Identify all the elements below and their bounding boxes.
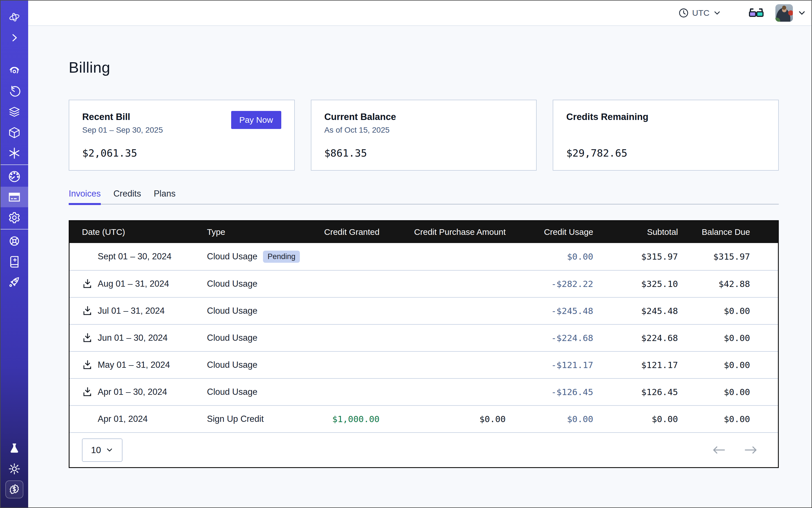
table-row: Aug 01 – 31, 2024 Cloud Usage -$282.22 $…: [70, 270, 778, 297]
credit-usage-value: -$224.68: [506, 333, 593, 343]
invoice-date: May 01 – 31, 2024: [98, 360, 170, 370]
current-balance-card: Current Balance As of Oct 15, 2025 $861.…: [311, 100, 537, 171]
download-invoice-button[interactable]: [82, 305, 93, 316]
pagination-bar: 10: [70, 432, 778, 467]
table-row: Apr 01, 2024 Sign Up Credit $1,000.00 $0…: [70, 405, 778, 432]
credit-usage-value: $0.00: [506, 414, 593, 424]
subtotal-value: $325.10: [593, 279, 678, 289]
rocket-icon[interactable]: [1, 272, 28, 292]
sidebar: [1, 1, 28, 507]
orbit-logo-icon[interactable]: [1, 7, 28, 27]
next-page-button[interactable]: [743, 445, 758, 455]
download-icon: [82, 359, 93, 370]
tab-plans[interactable]: Plans: [154, 189, 176, 204]
card-title: Current Balance: [324, 112, 523, 122]
download-icon: [82, 333, 93, 343]
credit-usage-value: -$121.17: [506, 360, 593, 370]
wheel-icon[interactable]: [1, 230, 28, 251]
glasses-button[interactable]: [749, 7, 764, 18]
column-header: Date (UTC): [70, 227, 207, 237]
balance-due-value: $42.88: [678, 279, 778, 289]
credits-remaining-amount: $29,782.65: [566, 147, 765, 159]
previous-page-button[interactable]: [712, 445, 726, 455]
download-icon: [82, 305, 93, 316]
download-invoice-button[interactable]: [82, 332, 93, 344]
subtotal-value: $224.68: [593, 333, 678, 343]
invoice-date: Apr 01, 2024: [98, 414, 148, 424]
gauge-icon[interactable]: [1, 166, 28, 187]
page-size-value: 10: [91, 445, 101, 455]
account-menu[interactable]: [775, 4, 806, 22]
layers-icon[interactable]: [1, 102, 28, 122]
column-header: Credit Granted: [306, 227, 380, 237]
avatar[interactable]: [775, 4, 793, 22]
tab-credits[interactable]: Credits: [114, 189, 141, 204]
sidebar-divider: [1, 164, 28, 165]
credit-usage-value: -$245.48: [506, 306, 593, 316]
cube-icon[interactable]: [1, 122, 28, 143]
recent-bill-card: Recent Bill Sep 01 – Sep 30, 2025 Pay No…: [69, 100, 295, 171]
credit-purchase-value: $0.00: [380, 414, 506, 424]
credit-usage-value: -$126.45: [506, 387, 593, 397]
invoice-date: Sept 01 – 30, 2024: [98, 251, 171, 262]
balance-due-value: $0.00: [678, 387, 778, 397]
download-invoice-button[interactable]: [82, 359, 93, 371]
balance-due-value: $315.97: [678, 251, 778, 262]
table-row: May 01 – 31, 2024 Cloud Usage -$121.17 $…: [70, 351, 778, 378]
summary-cards: Recent Bill Sep 01 – Sep 30, 2025 Pay No…: [69, 100, 779, 171]
spiral-icon[interactable]: [1, 60, 28, 81]
credit-granted-value: $1,000.00: [306, 414, 380, 424]
subtotal-value: $0.00: [593, 414, 678, 424]
chevron-down-icon: [797, 8, 806, 17]
download-invoice-button[interactable]: [82, 386, 93, 397]
topbar: UTC: [28, 1, 811, 26]
balance-due-value: $0.00: [678, 333, 778, 343]
recent-bill-amount: $2,061.35: [82, 147, 281, 159]
subtotal-value: $245.48: [593, 306, 678, 316]
book-sparkle-icon[interactable]: [1, 251, 28, 272]
invoice-date: Apr 01 – 30, 2024: [98, 387, 167, 397]
flask-icon[interactable]: [1, 438, 28, 458]
sun-icon[interactable]: [1, 458, 28, 479]
invoice-date: Aug 01 – 31, 2024: [98, 279, 169, 289]
invoice-type: Cloud Usage: [207, 333, 257, 343]
app-window: UTC Billing: [0, 0, 812, 508]
gear-icon[interactable]: [1, 207, 28, 228]
page-size-select[interactable]: 10: [82, 438, 123, 462]
table-body: Sept 01 – 30, 2024 Cloud Usage Pending $…: [70, 243, 778, 432]
table-row: Apr 01 – 30, 2024 Cloud Usage -$126.45 $…: [70, 378, 778, 405]
tab-invoices[interactable]: Invoices: [69, 189, 101, 204]
invoice-type: Cloud Usage: [207, 279, 257, 289]
arrow-right-icon: [743, 445, 758, 455]
sidebar-divider: [1, 229, 28, 229]
card-subtitle: Sep 01 – Sep 30, 2025: [82, 126, 163, 135]
timer-icon[interactable]: [1, 81, 28, 102]
table-row: Jun 01 – 30, 2024 Cloud Usage -$224.68 $…: [70, 324, 778, 351]
page-title: Billing: [69, 58, 779, 76]
credit-card-icon[interactable]: [1, 187, 28, 207]
download-icon: [82, 279, 93, 289]
card-title: Credits Remaining: [566, 112, 765, 122]
card-subtitle: [566, 126, 765, 133]
column-header: Credit Purchase Amount: [380, 227, 506, 237]
timezone-label: UTC: [692, 8, 710, 18]
dollar-badge-button[interactable]: [1, 479, 28, 500]
asterisk-icon[interactable]: [1, 143, 28, 163]
credit-usage-value: $0.00: [506, 251, 593, 262]
table-row: Jul 01 – 31, 2024 Cloud Usage -$245.48 $…: [70, 297, 778, 324]
credits-remaining-card: Credits Remaining $29,782.65: [553, 100, 779, 171]
subtotal-value: $315.97: [593, 251, 678, 262]
column-header: Type: [207, 227, 306, 237]
pay-now-button[interactable]: Pay Now: [231, 111, 281, 129]
dollar-badge-icon[interactable]: [5, 480, 24, 499]
balance-due-value: $0.00: [678, 360, 778, 370]
invoice-type: Sign Up Credit: [207, 414, 264, 424]
chevron-right-icon[interactable]: [1, 27, 28, 48]
card-subtitle: As of Oct 15, 2025: [324, 126, 523, 135]
card-title: Recent Bill: [82, 112, 163, 122]
current-balance-amount: $861.35: [324, 147, 523, 159]
timezone-picker[interactable]: UTC: [679, 8, 721, 18]
subtotal-value: $121.17: [593, 360, 678, 370]
invoice-date: Jun 01 – 30, 2024: [98, 333, 168, 343]
download-invoice-button[interactable]: [82, 278, 93, 290]
